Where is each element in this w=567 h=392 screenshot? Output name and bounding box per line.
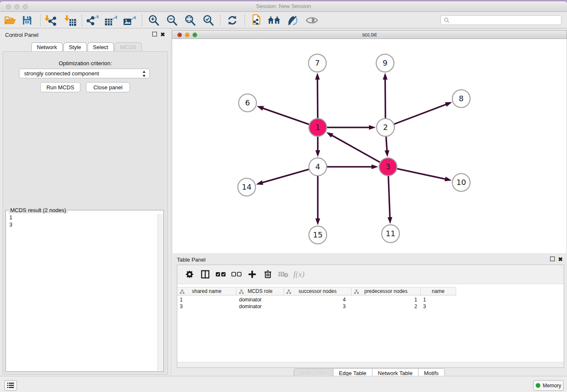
network-view-window: ✕ − + scc.txt 1234678910111415 [172,30,567,253]
main-toolbar [0,12,567,28]
graph-edge-arrowhead [315,150,320,157]
table-row[interactable]: 3 dominator 3 2 3 [177,303,456,310]
hide-details-eye-icon[interactable] [304,14,319,27]
graph-node-label: 7 [315,58,319,67]
export-table-icon[interactable] [103,14,118,27]
criterion-dropdown-value: strongly connected component [24,70,99,77]
mcds-result-list[interactable]: 1 3 [6,214,163,371]
memory-button[interactable]: Memory [533,380,564,391]
graph-edge-arrowhead [445,177,452,181]
tab-select[interactable]: Select [88,42,114,52]
zoom-out-icon[interactable] [164,14,179,27]
graph-edge-2-3[interactable] [386,137,387,151]
zoom-fit-icon[interactable] [182,14,198,27]
column-header-successor-nodes[interactable]: successor nodes [284,287,352,295]
tab-mcds[interactable]: MCDS [115,42,142,52]
column-header-name[interactable]: name [421,287,456,295]
graph-node-label: 9 [383,58,387,67]
deselect-all-icon[interactable] [228,267,244,282]
graph-edge-3-10[interactable] [397,169,446,179]
graph-edge-3-1[interactable] [331,135,380,162]
graph-edge-arrowhead [388,217,392,224]
graph-edge-3-11[interactable] [388,176,390,218]
graph-node-label: 2 [383,123,388,132]
toolbar-separator [40,14,41,26]
mcds-result-line: 1 [6,214,163,221]
graphics-details-icon[interactable] [285,14,300,27]
save-session-icon[interactable] [19,14,35,27]
node-table-container: f(x) shared name MCDS role successor nod… [177,265,564,368]
tab-style[interactable]: Style [63,42,87,52]
export-image-icon[interactable] [122,14,137,27]
memory-label: Memory [543,383,561,389]
toolbar-separator [142,14,142,26]
control-panel-tabs: Network Style Select MCDS [31,42,143,52]
graph-edge-arrowhead [369,125,376,130]
show-column-panel-icon[interactable] [197,267,213,282]
graph-node-label: 3 [385,162,390,171]
result-scrollbar[interactable] [157,214,163,371]
column-type-icon [239,290,244,294]
apply-function-icon[interactable]: f(x) [291,267,307,282]
zoom-selected-icon[interactable] [201,14,216,27]
cell-shared-name: 3 [177,303,237,310]
graph-edge-arrowhead [257,106,264,111]
select-all-icon[interactable] [213,267,228,282]
search-input[interactable] [451,16,561,24]
criterion-dropdown[interactable]: strongly connected component [19,69,150,78]
mcds-result-title: MCDS result (2 nodes) [8,207,68,213]
close-panel-icon[interactable]: ✖ [160,32,165,37]
float-panel-icon[interactable] [152,32,157,37]
table-header-row: shared name MCDS role successor nodes pr… [177,287,456,295]
status-bar: Memory [0,376,567,392]
column-header-predecessor-nodes[interactable]: predecessor nodes [352,287,421,295]
optimization-criterion-label: Optimization criterion: [3,60,168,66]
refresh-view-icon[interactable] [225,14,240,27]
zoom-in-icon[interactable] [146,14,161,27]
open-session-icon[interactable] [3,14,18,27]
task-history-button[interactable] [4,380,17,391]
table-horizontal-scrollbar[interactable] [177,362,564,367]
window-title: Session: New Session [0,3,567,9]
delete-column-icon[interactable] [275,267,291,282]
column-header-shared-name[interactable]: shared name [177,287,237,295]
toolbar-separator [220,14,220,26]
column-header-mcds-role[interactable]: MCDS role [237,287,284,295]
cell-name: 1 [421,296,456,303]
graph-edge-1-7[interactable] [317,79,318,118]
export-network-icon[interactable] [85,14,100,27]
import-network-icon[interactable] [43,14,58,27]
column-type-icon [354,290,359,294]
add-row-icon[interactable] [244,267,260,282]
graph-node-label: 8 [459,94,463,103]
app-window: Session: New Session [0,1,567,392]
close-table-panel-icon[interactable]: ✖ [558,257,563,262]
clone-network-icon[interactable] [248,14,263,27]
column-type-icon [180,290,184,294]
table-settings-gear-icon[interactable] [182,267,197,282]
graph-node-label: 6 [245,98,250,107]
graph-edge-1-6[interactable] [262,108,309,124]
delete-row-icon[interactable] [260,267,275,282]
home-layout-icon[interactable] [267,14,282,27]
table-row[interactable]: 1 dominator 4 1 1 [177,296,456,303]
tab-network[interactable]: Network [31,42,63,52]
table-toolbar: f(x) [177,265,564,284]
run-mcds-button[interactable]: Run MCDS [40,82,80,92]
graph-edge-2-8[interactable] [394,104,447,124]
graph-node-label: 1 [315,123,320,132]
cell-mcds-role: dominator [237,296,284,303]
graph-edge-4-14[interactable] [262,169,309,183]
graph-edge-2-9[interactable] [385,79,385,118]
close-panel-button[interactable]: Close panel [86,82,130,92]
import-table-icon[interactable] [63,14,78,27]
toolbar-separator [82,14,82,26]
search-box [440,15,561,25]
cell-successor-nodes: 4 [284,296,352,303]
column-type-icon [286,290,291,294]
mcds-tab-content: Optimization criterion: strongly connect… [3,51,168,375]
network-graph: 1234678910111415 [172,39,567,253]
network-canvas[interactable]: 1234678910111415 [172,39,567,253]
dropdown-stepper-icon [142,70,146,77]
float-table-panel-icon[interactable] [550,257,555,262]
